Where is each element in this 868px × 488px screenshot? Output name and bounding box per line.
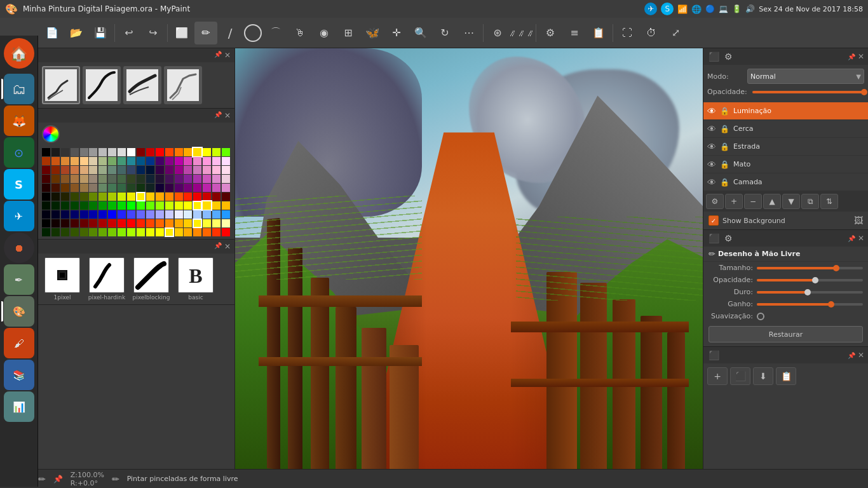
timer-button[interactable]: ⏱ bbox=[640, 22, 663, 44]
color-cell[interactable] bbox=[108, 210, 116, 219]
color-cell[interactable] bbox=[71, 219, 79, 227]
color-cell[interactable] bbox=[42, 166, 50, 174]
color-cell[interactable] bbox=[222, 148, 230, 156]
pin-color-icon[interactable]: 📌 bbox=[53, 475, 63, 484]
visibility-icon-5[interactable]: 👁 bbox=[707, 177, 716, 187]
color-cell[interactable] bbox=[71, 166, 79, 174]
color-cell[interactable] bbox=[42, 210, 50, 219]
color-cell[interactable] bbox=[175, 201, 183, 210]
channels-button[interactable]: ⊛ bbox=[486, 22, 509, 44]
color-cell[interactable] bbox=[137, 210, 145, 219]
color-cell[interactable] bbox=[165, 201, 173, 210]
brush-settings-button[interactable]: ≡ bbox=[563, 22, 586, 44]
move-layer-up-button[interactable]: ▲ bbox=[763, 194, 781, 209]
color-cell[interactable] bbox=[175, 148, 183, 156]
param-opacidade-slider[interactable] bbox=[757, 279, 863, 281]
color-cell[interactable] bbox=[108, 219, 116, 227]
color-cell[interactable] bbox=[89, 175, 97, 183]
color-cell[interactable] bbox=[203, 175, 211, 183]
color-cell[interactable] bbox=[137, 201, 145, 210]
color-cell[interactable] bbox=[184, 193, 192, 201]
color-cell[interactable] bbox=[127, 157, 135, 165]
color-cell[interactable] bbox=[203, 148, 211, 156]
color-cell[interactable] bbox=[193, 210, 201, 219]
color-cell[interactable] bbox=[184, 166, 192, 174]
redo-button[interactable]: ↪ bbox=[142, 22, 165, 44]
color-cell[interactable] bbox=[42, 219, 50, 227]
color-cell[interactable] bbox=[137, 219, 145, 227]
lock-icon-3[interactable]: 🔒 bbox=[720, 142, 729, 151]
color-cell[interactable] bbox=[212, 228, 220, 236]
color-cell[interactable] bbox=[156, 184, 164, 192]
color-cell[interactable] bbox=[193, 148, 201, 156]
add-snapshot-button[interactable]: + bbox=[707, 367, 728, 385]
layers-settings-icon[interactable]: ⚙ bbox=[723, 50, 734, 63]
color-cell[interactable] bbox=[184, 175, 192, 183]
color-cell[interactable] bbox=[193, 228, 201, 236]
color-cell[interactable] bbox=[193, 166, 201, 174]
layer-item-estrada[interactable]: 👁 🔒 Estrada bbox=[703, 138, 868, 156]
merge-layer-button[interactable]: ⇅ bbox=[820, 194, 838, 209]
color-cell[interactable] bbox=[42, 148, 50, 156]
color-cell[interactable] bbox=[203, 228, 211, 236]
param-duro-thumb[interactable] bbox=[804, 289, 811, 295]
color-cell[interactable] bbox=[127, 219, 135, 227]
color-cell[interactable] bbox=[222, 166, 230, 174]
color-cell[interactable] bbox=[193, 184, 201, 192]
color-cell[interactable] bbox=[146, 193, 154, 201]
color-cell[interactable] bbox=[89, 193, 97, 201]
fullscreen-button[interactable]: ⛶ bbox=[616, 22, 639, 44]
color-cell[interactable] bbox=[203, 193, 211, 201]
color-cell[interactable] bbox=[98, 184, 107, 192]
color-cell[interactable] bbox=[89, 219, 97, 227]
color-cell[interactable] bbox=[137, 228, 145, 236]
color-cell[interactable] bbox=[156, 148, 164, 156]
dock-chrome[interactable]: ⊙ bbox=[4, 137, 34, 168]
rotate-button[interactable]: ↻ bbox=[433, 22, 456, 44]
lock-icon-4[interactable]: 🔒 bbox=[720, 160, 729, 169]
brush-item-basic[interactable]: B basic bbox=[175, 257, 216, 301]
layer-item-mato[interactable]: 👁 🔒 Mato bbox=[703, 156, 868, 173]
color-cell[interactable] bbox=[212, 175, 220, 183]
color-cell[interactable] bbox=[222, 228, 230, 236]
color-cell[interactable] bbox=[98, 228, 107, 236]
color-cell[interactable] bbox=[118, 148, 126, 156]
color-cell[interactable] bbox=[51, 166, 60, 174]
fill-button[interactable]: ◉ bbox=[313, 22, 336, 44]
color-cell[interactable] bbox=[98, 148, 107, 156]
color-cell[interactable] bbox=[203, 201, 211, 210]
brush-settings-close[interactable]: ✕ bbox=[858, 234, 864, 243]
zoom-full-button[interactable]: ⤢ bbox=[664, 22, 687, 44]
layers-tab-icon[interactable]: ⬛ bbox=[707, 50, 721, 63]
color-cell[interactable] bbox=[61, 184, 69, 192]
brush-tab-settings-icon[interactable]: ⚙ bbox=[723, 232, 734, 245]
dock-mypaint[interactable]: 🎨 bbox=[4, 296, 34, 327]
lock-icon-1[interactable]: 🔒 bbox=[720, 107, 729, 116]
color-cell[interactable] bbox=[51, 175, 60, 183]
param-ganho-slider[interactable] bbox=[757, 303, 863, 306]
color-cell[interactable] bbox=[118, 228, 126, 236]
color-cell[interactable] bbox=[127, 148, 135, 156]
color-cell[interactable] bbox=[165, 148, 173, 156]
color-cell[interactable] bbox=[222, 175, 230, 183]
color-cell[interactable] bbox=[175, 228, 183, 236]
dock-nautilus[interactable]: 🗂 bbox=[4, 74, 34, 104]
color-cell[interactable] bbox=[222, 193, 230, 201]
brush-tab-icon[interactable]: ⬛ bbox=[707, 232, 721, 245]
color-cell[interactable] bbox=[89, 201, 97, 210]
eraser-button[interactable]: ⬜ bbox=[170, 22, 193, 44]
layers-panel-pin[interactable]: 📌 bbox=[848, 53, 855, 60]
color-cell[interactable] bbox=[203, 157, 211, 165]
brush-lib-close[interactable]: ✕ bbox=[224, 242, 231, 251]
color-cell[interactable] bbox=[118, 184, 126, 192]
layer-item-luminacao[interactable]: 👁 🔒 Luminação bbox=[703, 102, 868, 120]
brush-manager-button[interactable]: ⫽⫽⫽ bbox=[510, 22, 533, 44]
brush-item-1pixel[interactable]: 1pixel bbox=[42, 257, 83, 301]
color-cell[interactable] bbox=[61, 175, 69, 183]
color-cell[interactable] bbox=[222, 157, 230, 165]
new-file-button[interactable]: 📄 bbox=[41, 22, 64, 44]
open-file-button[interactable]: 📂 bbox=[65, 22, 88, 44]
symmetry-button[interactable]: 🦋 bbox=[361, 22, 384, 44]
brush-item-pixel-hardink[interactable]: pixel-hardink bbox=[86, 257, 127, 301]
color-cell[interactable] bbox=[156, 193, 164, 201]
